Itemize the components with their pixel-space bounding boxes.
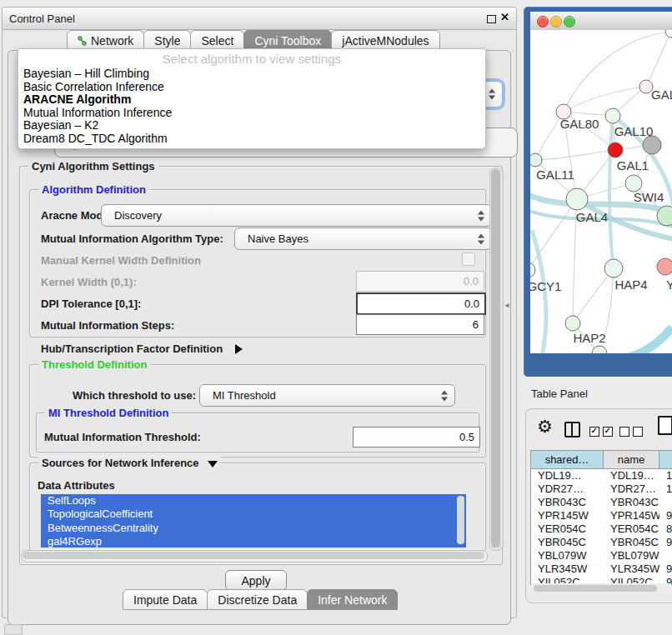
network-node[interactable] [605, 108, 620, 123]
network-node[interactable] [565, 316, 580, 331]
table-cell: 9. [659, 536, 672, 549]
table-cell: YDL19… [531, 469, 604, 482]
float-window-icon[interactable] [487, 15, 496, 23]
data-attribute-item[interactable]: TopologicalCoefficient [41, 508, 466, 521]
aracne-mode-combo[interactable]: Discovery [101, 204, 492, 227]
table-cell: YBR043C [531, 496, 604, 509]
network-window-titlebar[interactable] [530, 12, 672, 31]
network-edge[interactable] [535, 150, 615, 160]
network-edge[interactable] [573, 268, 614, 323]
unchecked-columns-icon[interactable] [619, 425, 646, 440]
table-row[interactable]: YER054CYER054C8. [531, 522, 672, 536]
control-panel-title: Control Panel [9, 12, 75, 25]
dpi-tolerance-label: DPI Tolerance [0,1]: [41, 298, 141, 310]
expand-right-icon[interactable] [235, 344, 243, 354]
network-node[interactable] [530, 153, 542, 167]
algorithm-option[interactable]: Mutual Information Inference [18, 107, 485, 120]
algorithm-dropdown-popup: Select algorithm to view settings Bayesi… [18, 48, 486, 149]
group-title: Sources for Network Inference [38, 457, 221, 469]
tab-label: Select [201, 34, 233, 48]
which-threshold-value: MI Threshold [213, 389, 276, 402]
network-edge[interactable] [646, 32, 671, 87]
window-resize-grip[interactable] [4, 624, 23, 635]
algorithm-option[interactable]: Dream8 DC_TDC Algorithm [18, 132, 485, 146]
data-attributes-label: Data Attributes [38, 479, 115, 492]
document-icon[interactable] [658, 416, 672, 435]
gear-icon[interactable]: ⚙ [537, 418, 553, 435]
stepper-arrows-icon [441, 390, 449, 401]
split-columns-icon[interactable] [564, 422, 580, 438]
data-attribute-item[interactable]: BetweennessCentrality [41, 522, 466, 535]
network-edge[interactable] [530, 199, 577, 270]
table-row[interactable]: YBL079WYBL079W [531, 549, 672, 562]
network-node[interactable] [665, 30, 672, 38]
table-cell: 12 [659, 482, 672, 496]
kernel-width-field[interactable]: 0.0 [356, 271, 484, 292]
table-column-header[interactable]: name [604, 451, 659, 469]
network-node[interactable] [643, 136, 661, 154]
stepper-arrows-icon [478, 210, 485, 221]
collapse-down-icon[interactable] [208, 461, 218, 468]
table-cell: YBR043C [604, 496, 659, 509]
which-threshold-label: Which threshold to use: [73, 389, 196, 402]
settings-horizontal-scrollbar-thumb[interactable] [23, 552, 484, 559]
tab-discretize-data[interactable]: Discretize Data [207, 589, 308, 610]
tab-impute-data[interactable]: Impute Data [123, 589, 208, 610]
dpi-tolerance-field[interactable]: 0.0 [356, 292, 486, 315]
network-node[interactable] [608, 142, 623, 158]
network-node[interactable] [530, 262, 535, 278]
attributes-scrollbar-thumb[interactable] [457, 496, 464, 544]
table-row[interactable]: YDR27…YDR27…12 [531, 482, 672, 496]
tab-infer-network[interactable]: Infer Network [307, 589, 398, 610]
algorithm-option[interactable]: Bayesian – K2 [18, 119, 485, 132]
network-graph: GALGAL80GAL10GAL1GAL11SWI4GAL4GCY1HAP4YH… [530, 30, 672, 353]
group-title: MI Threshold Definition [45, 407, 172, 419]
algorithm-option[interactable]: Bayesian – Hill Climbing [18, 68, 485, 81]
network-node[interactable] [566, 188, 588, 210]
table-row[interactable]: YPR145WYPR145W9. [531, 509, 672, 522]
table-cell: 9. [659, 562, 672, 576]
checkbox-icon [633, 427, 643, 437]
table-row[interactable]: YBR043CYBR043C [531, 496, 672, 509]
apply-button[interactable]: Apply [225, 570, 287, 591]
zoom-traffic-light-icon[interactable] [564, 16, 575, 28]
tab-label: Network [91, 34, 133, 48]
close-icon[interactable]: ✕ [500, 11, 509, 23]
mi-algorithm-type-combo[interactable]: Naive Bayes [234, 228, 492, 250]
mi-algorithm-type-label: Mutual Information Algorithm Type: [41, 232, 223, 245]
algorithm-option[interactable]: Basic Correlation Inference [18, 81, 485, 94]
panel-divider-grip[interactable]: ◄ [504, 302, 510, 309]
network-canvas[interactable]: GALGAL80GAL10GAL1GAL11SWI4GAL4GCY1HAP4YH… [530, 30, 672, 353]
table-column-header[interactable]: A [659, 451, 672, 469]
table-row[interactable]: YLR345WYLR345W9. [531, 562, 672, 576]
mi-threshold-field[interactable]: 0.5 [353, 427, 480, 448]
checked-columns-icon[interactable] [589, 425, 616, 440]
hub-definition-toggle[interactable]: Hub/Transcription Factor Definition [41, 341, 243, 356]
which-threshold-combo[interactable]: MI Threshold [199, 384, 455, 407]
mi-steps-field[interactable]: 6 [356, 314, 484, 335]
control-panel-titlebar[interactable]: Control Panel ✕ [3, 8, 516, 30]
data-attribute-item[interactable]: SelfLoops [41, 494, 466, 508]
close-traffic-light-icon[interactable] [537, 16, 549, 28]
network-node-label: SWI4 [634, 190, 664, 204]
network-edge[interactable] [627, 328, 672, 353]
algorithm-option[interactable]: ARACNE Algorithm [18, 93, 485, 107]
mi-threshold-label: Mutual Information Threshold: [44, 431, 201, 443]
settings-vertical-scrollbar-thumb[interactable] [491, 169, 500, 548]
network-node[interactable] [604, 259, 623, 278]
table-column-header[interactable]: shared… [531, 451, 604, 469]
table-cell: YDL19… [604, 469, 659, 482]
manual-kernel-width-checkbox[interactable] [462, 252, 475, 266]
table-row[interactable]: YBR045CYBR045C9. [531, 536, 672, 549]
tab-label: Discretize Data [218, 593, 297, 607]
minimize-traffic-light-icon[interactable] [550, 16, 562, 28]
table-horizontal-scrollbar-thumb[interactable] [534, 585, 657, 592]
table-row[interactable]: YDL19…YDL19…13 [531, 469, 672, 482]
table-cell: 13 [659, 469, 672, 482]
group-title: Threshold Definition [38, 358, 150, 371]
network-node[interactable] [625, 175, 642, 192]
data-attribute-item[interactable]: gal4RGexp [41, 535, 466, 548]
network-edge[interactable] [609, 116, 614, 268]
table-header-row: shared…nameA [531, 451, 672, 469]
network-node[interactable] [657, 258, 672, 275]
